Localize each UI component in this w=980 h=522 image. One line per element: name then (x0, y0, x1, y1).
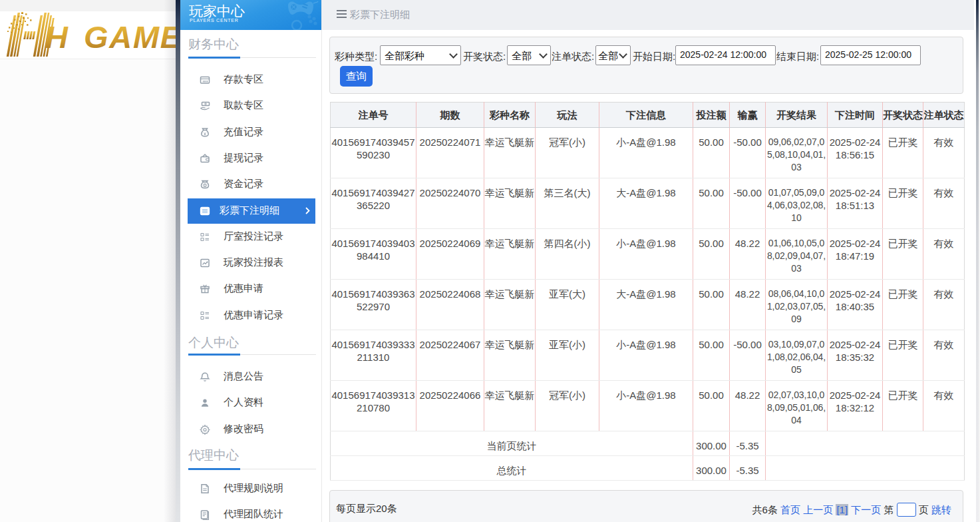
svg-text:HGAME: HGAME (45, 19, 176, 55)
